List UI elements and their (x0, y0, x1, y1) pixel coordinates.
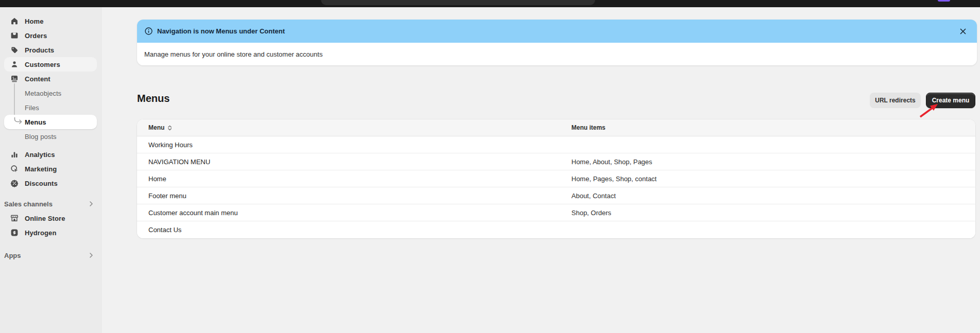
sidebar-item-label: Blog posts (25, 133, 57, 141)
url-redirects-button[interactable]: URL redirects (870, 93, 921, 108)
banner-title: Navigation is now Menus under Content (157, 27, 285, 35)
table-row[interactable]: Working Hours (137, 136, 975, 153)
menu-items-cell: Home, Pages, Shop, contact (560, 175, 975, 183)
tag-icon (10, 46, 19, 54)
info-icon (144, 27, 153, 36)
sidebar-item-home[interactable]: Home (4, 14, 97, 28)
sidebar-item-label: Orders (25, 32, 47, 40)
search-bar[interactable] (321, 0, 595, 5)
sidebar-item-label: Content (25, 75, 50, 83)
hydrogen-icon (10, 229, 19, 237)
table-row[interactable]: Contact Us (137, 221, 975, 238)
sidebar-section-sales-channels[interactable]: Sales channels (0, 197, 102, 211)
info-banner-body: Manage menus for your online store and c… (137, 43, 977, 65)
marketing-icon (10, 165, 19, 173)
sidebar-item-blog-posts[interactable]: Blog posts (4, 129, 97, 144)
table-row[interactable]: NAVIGATION MENU Home, About, Shop, Pages (137, 153, 975, 170)
sidebar-item-analytics[interactable]: Analytics (4, 147, 97, 162)
column-header-menu[interactable]: Menu (137, 124, 560, 131)
sidebar-item-files[interactable]: Files (4, 100, 97, 115)
person-icon (10, 60, 19, 68)
chevron-right-icon (88, 200, 95, 207)
chevron-right-icon (88, 252, 95, 259)
avatar[interactable] (938, 0, 950, 2)
page-title: Menus (137, 93, 170, 104)
sidebar-item-customers[interactable]: Customers (4, 57, 97, 72)
sidebar-item-marketing[interactable]: Marketing (4, 162, 97, 176)
sidebar-item-label: Products (25, 46, 54, 54)
menu-items-cell: About, Contact (560, 192, 975, 200)
sidebar-item-online-store[interactable]: Online Store (4, 211, 97, 225)
table-row[interactable]: Home Home, Pages, Shop, contact (137, 170, 975, 187)
sidebar-section-apps[interactable]: Apps (0, 248, 102, 262)
sidebar-item-label: Online Store (25, 215, 65, 222)
menu-name-cell: Customer account main menu (137, 209, 560, 217)
section-label: Apps (4, 252, 21, 259)
sidebar-item-content[interactable]: Content (4, 72, 97, 86)
menus-table: Menu Menu items Working Hours NAVIGATION… (137, 119, 975, 238)
sidebar-item-label: Discounts (25, 180, 58, 187)
menu-name-cell: Footer menu (137, 192, 560, 200)
table-row[interactable]: Footer menu About, Contact (137, 187, 975, 204)
menu-name-cell: Contact Us (137, 226, 560, 234)
banner-description: Manage menus for your online store and c… (144, 50, 323, 58)
create-menu-button[interactable]: Create menu (926, 93, 975, 108)
menu-name-cell: Home (137, 175, 560, 183)
sidebar-item-label: Metaobjects (25, 90, 61, 97)
table-row[interactable]: Customer account main menu Shop, Orders (137, 204, 975, 221)
page-actions: URL redirects Create menu (870, 93, 975, 108)
sidebar-item-discounts[interactable]: Discounts (4, 176, 97, 190)
column-header-menu-items: Menu items (560, 124, 975, 131)
info-banner: Navigation is now Menus under Content Ma… (137, 20, 977, 65)
column-label: Menu (148, 124, 164, 131)
content-icon (10, 75, 19, 83)
menu-items-cell: Shop, Orders (560, 209, 975, 217)
orders-icon (10, 31, 19, 40)
column-label: Menu items (571, 124, 605, 131)
sidebar-item-products[interactable]: Products (4, 43, 97, 57)
analytics-icon (10, 150, 19, 159)
sidebar-item-label: Home (25, 17, 44, 25)
info-banner-header: Navigation is now Menus under Content (137, 20, 977, 43)
sidebar-item-label: Marketing (25, 165, 57, 173)
discount-icon (10, 179, 19, 187)
sidebar-item-orders[interactable]: Orders (4, 28, 97, 43)
sidebar-item-metaobjects[interactable]: Metaobjects (4, 86, 97, 100)
sidebar-item-hydrogen[interactable]: Hydrogen (4, 225, 97, 240)
sidebar-item-label: Hydrogen (25, 229, 56, 237)
sidebar-item-label: Menus (25, 118, 46, 126)
close-icon[interactable] (957, 26, 969, 37)
menu-name-cell: Working Hours (137, 141, 560, 149)
top-bar (0, 0, 980, 7)
storefront-icon (10, 214, 19, 222)
menu-items-cell: Home, About, Shop, Pages (560, 158, 975, 166)
sidebar-item-menus[interactable]: Menus (4, 115, 97, 129)
sidebar-item-label: Analytics (25, 151, 55, 159)
section-label: Sales channels (4, 200, 53, 208)
menu-name-cell: NAVIGATION MENU (137, 158, 560, 166)
sidebar-item-label: Customers (25, 61, 60, 68)
subnav-arrow-icon (14, 117, 23, 126)
sort-icon[interactable] (166, 125, 173, 131)
table-header-row: Menu Menu items (137, 119, 975, 136)
sidebar: Home Orders Products Customers Content M… (0, 7, 102, 333)
home-icon (10, 17, 19, 25)
sidebar-item-label: Files (25, 104, 39, 112)
